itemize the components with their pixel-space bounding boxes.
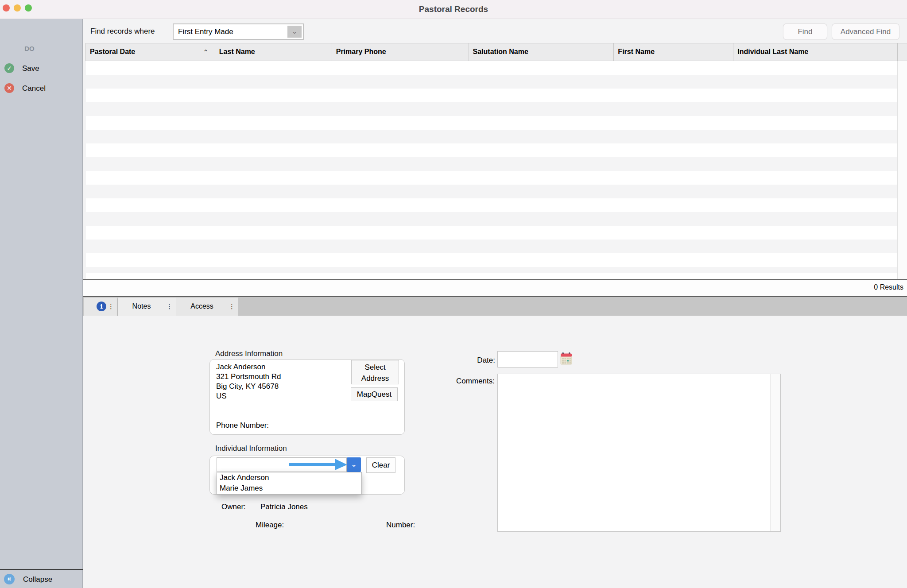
results-table-body-end: [86, 273, 897, 279]
address-line: Jack Anderson: [216, 362, 281, 372]
tab-info[interactable]: i ⋮: [84, 298, 117, 317]
individual-information-label: Individual Information: [215, 444, 287, 453]
save-button[interactable]: ✓ Save: [0, 63, 83, 77]
select-address-button[interactable]: Select Address: [351, 360, 399, 384]
tab-grip-dots-icon[interactable]: ⋮: [229, 302, 235, 310]
advanced-find-button[interactable]: Advanced Find: [832, 23, 899, 40]
calendar-icon[interactable]: [560, 352, 573, 365]
tab-grip-dots-icon[interactable]: ⋮: [166, 302, 173, 310]
comments-textarea[interactable]: [497, 374, 781, 532]
sidebar-section-header: DO: [0, 45, 59, 52]
tab-grip-dots-icon[interactable]: ⋮: [108, 302, 114, 310]
sort-ascending-icon[interactable]: ⌃: [203, 48, 209, 56]
cancel-button[interactable]: ✕ Cancel: [0, 83, 83, 97]
mapquest-button[interactable]: MapQuest: [351, 387, 398, 401]
column-header-first-name[interactable]: First Name: [613, 43, 733, 61]
select-address-label-line: Select: [352, 362, 399, 373]
column-header-primary-phone[interactable]: Primary Phone: [332, 43, 469, 61]
chevron-down-icon: ⌄: [351, 460, 357, 468]
tab-notes[interactable]: Notes ⋮: [118, 298, 176, 318]
comments-label: Comments:: [441, 377, 495, 386]
table-scrollbar-track[interactable]: [897, 61, 907, 279]
collapse-chevrons-icon: «: [4, 574, 15, 584]
date-input[interactable]: [497, 351, 558, 368]
save-button-label: Save: [22, 64, 39, 73]
address-line: US: [216, 391, 281, 401]
phone-number-label: Phone Number:: [216, 421, 269, 430]
window-title: Pastoral Records: [0, 4, 907, 14]
clear-button[interactable]: Clear: [366, 457, 395, 473]
column-header-individual-last-name[interactable]: Individual Last Name: [733, 43, 897, 61]
app-window: Pastoral Records DO ✓ Save ✕ Cancel « Co…: [0, 0, 907, 588]
address-line: Big City, KY 45678: [216, 382, 281, 391]
find-field-dropdown-value: First Entry Made: [178, 27, 233, 36]
column-header-last-name[interactable]: Last Name: [215, 43, 332, 61]
sidebar-divider: [0, 569, 83, 570]
dropdown-option-jack-anderson[interactable]: Jack Anderson: [217, 472, 361, 483]
number-label: Number:: [386, 521, 415, 530]
address-information-label: Address Information: [215, 349, 283, 358]
detail-tab-bar: i ⋮ Notes ⋮ Access ⋮: [83, 296, 907, 316]
dropdown-option-marie-james[interactable]: Marie James: [217, 483, 361, 494]
address-line: 321 Portsmouth Rd: [216, 372, 281, 382]
column-header-pastoral-date[interactable]: Pastoral Date ⌃: [86, 43, 215, 61]
table-header-scrollbar-gutter: [897, 43, 907, 61]
results-status-bar: 0 Results: [83, 280, 907, 296]
individual-dropdown-list: Jack Anderson Marie James: [217, 472, 362, 495]
find-records-where-label: Find records where: [90, 27, 155, 36]
results-count: 0 Results: [874, 283, 903, 291]
owner-value: Patricia Jones: [260, 503, 308, 511]
tab-notes-label: Notes: [118, 302, 165, 310]
title-bar: Pastoral Records: [0, 0, 907, 19]
tab-access-label: Access: [176, 302, 228, 310]
results-table-body[interactable]: [86, 61, 897, 279]
owner-label: Owner:: [221, 503, 246, 511]
cancel-button-label: Cancel: [22, 84, 46, 93]
annotation-arrow-icon: [287, 458, 349, 471]
find-field-dropdown[interactable]: First Entry Made ⌄: [173, 23, 304, 40]
sidebar: DO ✓ Save ✕ Cancel « Collapse: [0, 19, 83, 588]
collapse-button[interactable]: « Collapse: [0, 574, 83, 587]
save-check-icon: ✓: [4, 63, 14, 73]
select-address-label-line: Address: [352, 373, 399, 384]
mileage-label: Mileage:: [256, 521, 284, 530]
collapse-button-label: Collapse: [23, 575, 52, 584]
table-header-row: Pastoral Date ⌃ Last Name Primary Phone …: [85, 43, 907, 61]
find-button[interactable]: Find: [783, 23, 827, 40]
tab-access[interactable]: Access ⋮: [176, 298, 238, 317]
cancel-x-icon: ✕: [4, 83, 14, 93]
address-text: Jack Anderson 321 Portsmouth Rd Big City…: [216, 362, 281, 401]
chevron-down-icon[interactable]: ⌄: [287, 26, 302, 38]
column-header-salutation-name[interactable]: Salutation Name: [469, 43, 614, 61]
column-header-label: Pastoral Date: [90, 48, 135, 55]
date-label: Date:: [461, 356, 495, 365]
comments-scrollbar-track[interactable]: [770, 374, 780, 531]
info-icon: i: [97, 302, 106, 311]
